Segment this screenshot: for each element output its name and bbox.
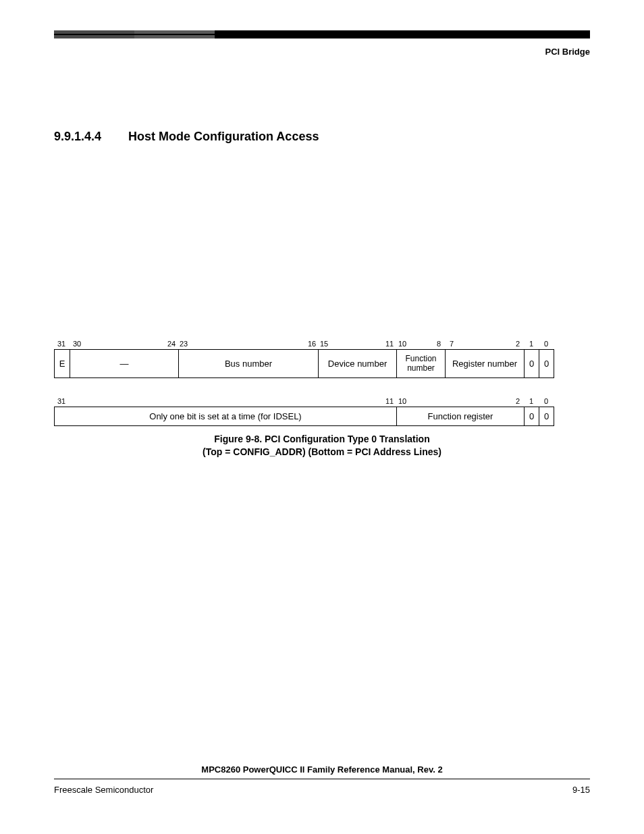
figure-caption-line1: Figure 9-8. PCI Configuration Type 0 Tra… <box>54 433 590 446</box>
bit-label: 1 <box>529 340 533 348</box>
bit-label: 0 <box>544 340 548 348</box>
field-bit1: 0 <box>525 407 539 426</box>
page-number: 9-15 <box>572 785 590 795</box>
bit-label: 1 <box>529 397 533 405</box>
section-heading: 9.9.1.4.4 Host Mode Configuration Access <box>54 130 590 144</box>
page-footer: MPC8260 PowerQUICC II Family Reference M… <box>54 764 590 795</box>
field-function-register: Function register <box>397 407 525 426</box>
table-row: Only one bit is set at a time (for IDSEL… <box>55 407 554 426</box>
bit-label: 11 <box>385 340 394 348</box>
field-register-number: Register number <box>446 350 525 378</box>
field-bit0: 0 <box>539 407 554 426</box>
company-name: Freescale Semiconductor <box>54 785 153 795</box>
field-reserved: — <box>70 350 179 378</box>
bit-label: 11 <box>385 397 394 405</box>
figure-caption-line2: (Top = CONFIG_ADDR) (Bottom = PCI Addres… <box>54 446 590 459</box>
bottom-bit-labels: 31 11 10 2 1 0 <box>54 397 554 407</box>
bit-label: 16 <box>308 340 316 348</box>
figure-9-8: 31 30 24 23 16 15 11 10 8 7 2 1 0 E — Bu… <box>54 340 590 459</box>
field-bit1: 0 <box>525 350 539 378</box>
figure-caption: Figure 9-8. PCI Configuration Type 0 Tra… <box>54 433 590 459</box>
bit-label: 2 <box>516 340 520 348</box>
bit-label: 2 <box>516 397 520 405</box>
bit-label: 31 <box>57 397 65 405</box>
field-bus-number: Bus number <box>179 350 319 378</box>
section-number: 9.9.1.4.4 <box>54 130 101 144</box>
bit-label: 10 <box>398 397 406 405</box>
bit-label: 23 <box>180 340 188 348</box>
bit-label: 10 <box>398 340 406 348</box>
bit-label: 7 <box>450 340 454 348</box>
bit-label: 0 <box>544 397 548 405</box>
bit-label: 24 <box>167 340 176 348</box>
field-function-number: Function number <box>397 350 446 378</box>
footer-rule <box>54 779 590 779</box>
top-bit-labels: 31 30 24 23 16 15 11 10 8 7 2 1 0 <box>54 340 554 349</box>
field-idsel: Only one bit is set at a time (for IDSEL… <box>55 407 397 426</box>
header-section-label: PCI Bridge <box>54 47 590 57</box>
field-device-number: Device number <box>319 350 397 378</box>
bit-label: 8 <box>437 340 441 348</box>
manual-title: MPC8260 PowerQUICC II Family Reference M… <box>54 764 590 775</box>
field-bit0: 0 <box>539 350 554 378</box>
bit-label: 31 <box>57 340 65 348</box>
bit-label: 15 <box>320 340 328 348</box>
bit-label: 30 <box>73 340 81 348</box>
config-addr-layout: E — Bus number Device number Function nu… <box>54 349 554 378</box>
section-title: Host Mode Configuration Access <box>128 130 319 144</box>
field-e: E <box>55 350 70 378</box>
table-row: E — Bus number Device number Function nu… <box>55 350 554 378</box>
pci-address-lines-layout: Only one bit is set at a time (for IDSEL… <box>54 407 554 426</box>
header-rule <box>54 30 590 38</box>
